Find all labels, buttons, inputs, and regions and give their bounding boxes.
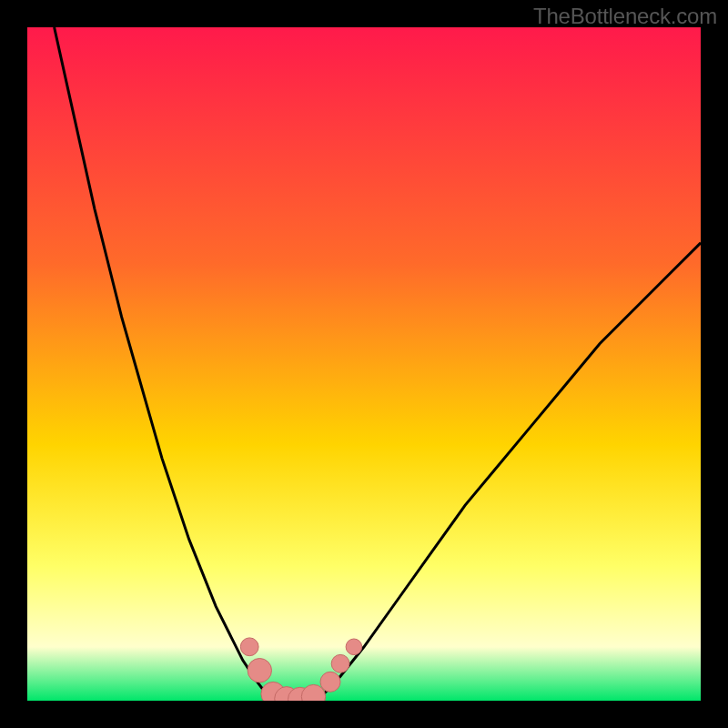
plot-area — [27, 27, 701, 701]
bottleneck-curve-chart — [27, 27, 701, 701]
right-dot-mid — [331, 654, 349, 672]
attribution-watermark: TheBottleneck.com — [533, 4, 717, 29]
left-dot-lower — [248, 659, 271, 682]
right-dot-upper — [346, 639, 362, 655]
chart-frame: TheBottleneck.com — [0, 0, 728, 728]
left-dot-upper — [240, 638, 258, 656]
right-dot-lower — [320, 672, 340, 692]
gradient-background — [27, 27, 701, 701]
